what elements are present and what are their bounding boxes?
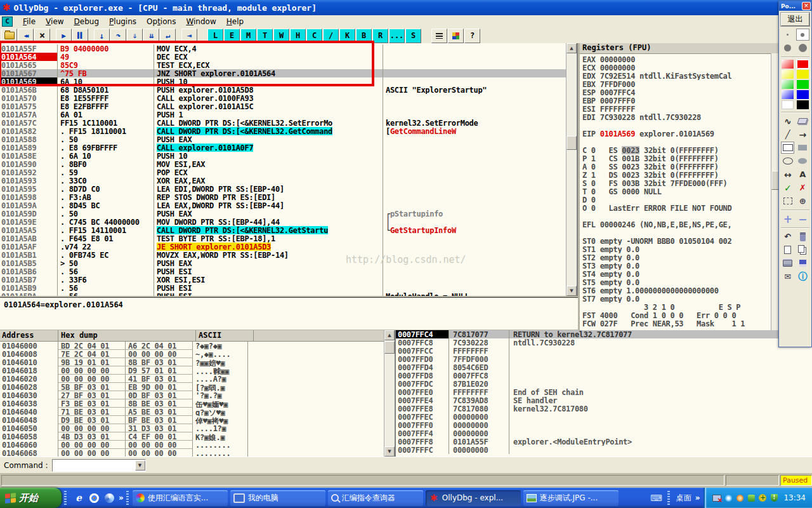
menu-plugins[interactable]: Plugins: [104, 16, 141, 27]
start-button[interactable]: 开始: [0, 488, 62, 508]
disasm-row[interactable]: 0101A5B1 . 0FB745 EC MOVZX EAX,WORD PTR …: [0, 251, 566, 259]
disasm-row[interactable]: 0101A593 . 33C0 XOR EAX,EAX: [0, 177, 566, 185]
stack-row[interactable]: 0007FFE0 FFFFFFFF End of SEH chain: [396, 388, 812, 396]
dump-row[interactable]: 01046010 9B 19 01 01 8B BF 03 01 ?▣▣婄♥▣: [0, 358, 395, 366]
hex-dump-pane[interactable]: Address Hex dump ASCII 01046000 BD 2C 04…: [0, 330, 395, 457]
stack-row[interactable]: 0007FFD0 7FFDF000: [396, 355, 812, 363]
stack-pane[interactable]: 0007FFC4 7C817077 RETURN to kernel32.7C8…: [395, 330, 812, 457]
disasm-row[interactable]: 0101A5A5 . FF15 14110001 CALL DWORD PTR …: [0, 226, 566, 234]
dump-row[interactable]: 01046048 D9 BE 03 01 BF BE 03 01 倬♥▣拷♥▣: [0, 416, 395, 424]
registers-pane[interactable]: Registers (FPU) EAX 00000000 ECX 0000000…: [580, 43, 812, 330]
scroll-thumb[interactable]: [384, 341, 395, 354]
line-tool[interactable]: [781, 128, 794, 140]
copy-button[interactable]: [796, 244, 809, 256]
disasm-row[interactable]: 0101A58E . 6A 10 PUSH 10: [0, 152, 566, 160]
stack-row[interactable]: 0007FFEC 00000000: [396, 413, 812, 421]
email-button[interactable]: [781, 271, 794, 283]
quick-launch-overflow-chevron[interactable]: »: [119, 493, 124, 502]
quick-launch-browser-icon[interactable]: e: [73, 492, 84, 504]
disasm-row[interactable]: 0101A56B 68 D8A50101 PUSH explorer.0101A…: [0, 86, 566, 94]
pen-tool[interactable]: [781, 115, 794, 127]
print-button[interactable]: [781, 257, 794, 269]
desktop-toolbar[interactable]: 桌面 »: [672, 493, 704, 504]
color-green-gradient[interactable]: [782, 80, 794, 89]
disasm-row[interactable]: 0101A598 . F3:AB REP STOS DWORD PTR ES:[…: [0, 193, 566, 201]
disasm-row[interactable]: 0101A5AF .v74 22 JE SHORT explorer.0101A…: [0, 243, 566, 251]
stack-row[interactable]: 0007FFD4 8054C6ED: [396, 363, 812, 371]
dump-row[interactable]: 01046058 4B D3 03 01 C4 EF 00 01 K?▣娘.▣: [0, 432, 395, 441]
cpu-window-icon[interactable]: C: [2, 17, 13, 27]
disasm-row[interactable]: 0101A590 . 8BF0 MOV ESI,EAX: [0, 160, 566, 168]
disasm-row[interactable]: 0101A59E . C745 BC 44000000 MOV DWORD PT…: [0, 218, 566, 226]
scroll-up-icon[interactable]: ▲: [566, 43, 577, 53]
info-button[interactable]: [796, 271, 809, 283]
menu-options[interactable]: Options: [141, 16, 181, 27]
disasm-row[interactable]: 0101A5B5 > 50 PUSH EAX: [0, 259, 566, 267]
scroll-down-icon[interactable]: ▼: [384, 446, 395, 457]
task-image-viewer[interactable]: 逐步调试.JPG -...: [523, 490, 619, 506]
brush-size-3[interactable]: [781, 42, 794, 54]
command-combo[interactable]: ▼: [52, 459, 146, 472]
disasm-row[interactable]: 0101A595 . 8D7D C0 LEA EDI,DWORD PTR SS:…: [0, 185, 566, 193]
dump-row[interactable]: 01046060 00 00 00 00 00 00 00 00 .......…: [0, 441, 395, 449]
crop-tool[interactable]: [781, 195, 794, 207]
input-method-keyboard-icon[interactable]: ⌨: [650, 493, 662, 503]
disasm-row[interactable]: 0101A582 . FF15 18110001 CALL DWORD PTR …: [0, 127, 566, 135]
stack-row[interactable]: 0007FFE4 7C839AD8 SE handler: [396, 396, 812, 404]
tray-safety-plus-icon[interactable]: +: [758, 494, 767, 502]
view-run-trace-button[interactable]: ...: [389, 29, 405, 43]
dump-row[interactable]: 01046050 00 00 00 00 31 D3 03 01 ....1?▣: [0, 424, 395, 432]
disasm-row[interactable]: 0101A57A 6A 01 PUSH 1: [0, 110, 566, 119]
dump-row[interactable]: 01046000 BD 2C 04 01 A6 2C 04 01 ?◆▣?◆▣: [0, 342, 395, 350]
menu-file[interactable]: File: [18, 16, 41, 27]
dump-row[interactable]: 01046040 71 BE 03 01 A5 BE 03 01 q?▣ソ♥▣: [0, 408, 395, 416]
disasm-row[interactable]: 0101A59A . 8D45 BC LEA EAX,DWORD PTR SS:…: [0, 201, 566, 210]
quick-launch-swirl-icon[interactable]: [103, 492, 115, 504]
dump-scrollbar[interactable]: ▲ ▼: [384, 330, 395, 457]
disasm-row[interactable]: 0101A575 E8 E2FBFFFF CALL explorer.0101A…: [0, 102, 566, 110]
disasm-row[interactable]: 0101A5B6 . 56 PUSH ESI: [0, 267, 566, 276]
close-icon[interactable]: ✕: [802, 2, 811, 10]
windows-list-button[interactable]: [431, 29, 447, 43]
color-yellow[interactable]: [797, 70, 809, 79]
double-arrow-tool[interactable]: [781, 168, 794, 180]
dump-row[interactable]: 01046030 27 BF 03 01 0D BF 03 01 '?▣.?▣: [0, 391, 395, 399]
brush-size-1[interactable]: [781, 29, 794, 41]
appearance-button[interactable]: [448, 29, 464, 43]
scroll-up-icon[interactable]: ▲: [384, 330, 395, 340]
stack-row[interactable]: 0007FFF8 0101A55F explorer.<ModuleEntryP…: [396, 438, 812, 446]
task-ollydbg[interactable]: OllyDbg - expl...: [426, 490, 521, 506]
disasm-row[interactable]: 0101A5BA . 56 PUSH ESI ModuleHandle = NU…: [0, 292, 566, 296]
view-references-button[interactable]: R: [372, 29, 388, 43]
tray-wireless-icon[interactable]: [724, 494, 733, 502]
help-button[interactable]: ?: [464, 29, 480, 43]
rectangle-tool[interactable]: [781, 142, 794, 154]
quick-launch-chrome-icon[interactable]: [88, 492, 100, 504]
disasm-row[interactable]: 0101A570 E8 1E55FFFF CALL explorer.0100F…: [0, 94, 566, 102]
eraser-tool[interactable]: [796, 115, 809, 127]
tray-green-app-icon[interactable]: [747, 494, 756, 502]
stack-row[interactable]: 0007FFC4 7C817077 RETURN to kernel32.7C8…: [396, 330, 812, 338]
title-bar[interactable]: ✱ OllyDbg - explorer.exe - [CPU - main t…: [0, 0, 812, 15]
tray-shield-icon[interactable]: !: [769, 494, 778, 502]
color-green[interactable]: [797, 80, 809, 89]
color-red-gradient[interactable]: [782, 60, 794, 69]
color-yellow-gradient[interactable]: [782, 70, 794, 79]
stack-row[interactable]: 0007FFD8 0007FFC8: [396, 371, 812, 380]
disasm-row[interactable]: 0101A57C FF15 1C110001 CALL DWORD PTR DS…: [0, 119, 566, 127]
disasm-row[interactable]: 0101A5B9 . 56 PUSH ESI: [0, 284, 566, 292]
taskbar-grip[interactable]: [667, 491, 670, 505]
stack-row[interactable]: 0007FFFC 00000000: [396, 446, 812, 454]
undo-button[interactable]: [781, 231, 794, 243]
task-asm-query-tool[interactable]: 汇编指令查询器: [328, 490, 423, 506]
stack-row[interactable]: 0007FFDC 87B1E020: [396, 380, 812, 388]
brush-size-4[interactable]: [796, 42, 809, 54]
dump-row[interactable]: 01046018 00 00 00 00 D9 57 01 01 ....赇▣▣: [0, 366, 395, 375]
dump-row[interactable]: 01046068 00 00 00 00 00 00 00 00 .......…: [0, 449, 395, 457]
tray-network-disconnected-icon[interactable]: [712, 494, 721, 502]
delete-button[interactable]: [796, 231, 809, 243]
confirm-tool[interactable]: [781, 182, 794, 194]
filled-rectangle-tool[interactable]: [796, 142, 809, 154]
toolbar-gap[interactable]: [422, 29, 431, 43]
zoom-out-button[interactable]: [796, 213, 809, 225]
